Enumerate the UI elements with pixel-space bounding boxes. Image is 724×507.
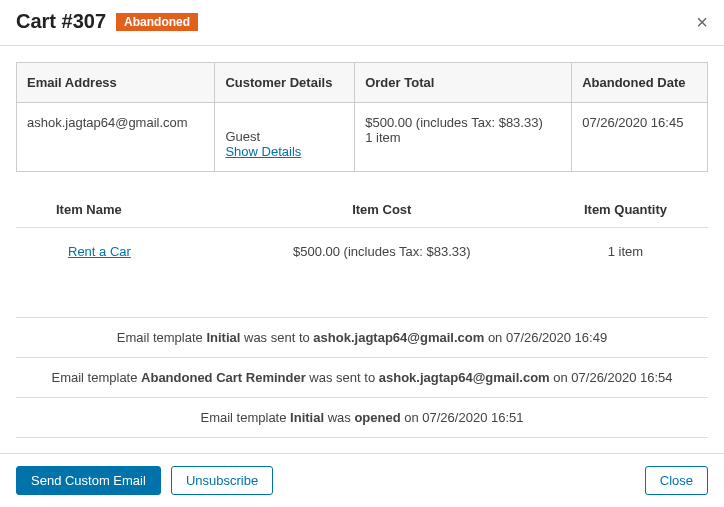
cell-date: 07/26/2020 16:45 [572,103,708,172]
item-cost: $500.00 (includes Tax: $83.33) [221,228,543,288]
send-custom-email-button[interactable]: Send Custom Email [16,466,161,495]
col-email: Email Address [17,63,215,103]
col-item-qty: Item Quantity [543,192,708,228]
summary-table: Email Address Customer Details Order Tot… [16,62,708,172]
cell-total: $500.00 (includes Tax: $83.33) 1 item [355,103,572,172]
modal-title: Cart #307 [16,10,106,33]
order-item-count: 1 item [365,130,561,145]
order-total-value: $500.00 (includes Tax: $83.33) [365,115,561,130]
item-qty: 1 item [543,228,708,288]
col-item-name: Item Name [16,192,221,228]
summary-row: ashok.jagtap64@gmail.com Guest Show Deta… [17,103,708,172]
close-button[interactable]: Close [645,466,708,495]
log-entry: Email template Initial was opened on 07/… [16,397,708,437]
cell-email: ashok.jagtap64@gmail.com [17,103,215,172]
close-icon[interactable]: × [696,12,708,32]
modal-body: Email Address Customer Details Order Tot… [0,46,724,464]
col-customer: Customer Details [215,63,355,103]
item-row: Rent a Car $500.00 (includes Tax: $83.33… [16,228,708,288]
item-name-link[interactable]: Rent a Car [68,244,131,259]
col-item-cost: Item Cost [221,192,543,228]
status-badge: Abandoned [116,13,198,31]
customer-type: Guest [225,129,344,144]
unsubscribe-button[interactable]: Unsubscribe [171,466,273,495]
modal-footer: Send Custom Email Unsubscribe Close [0,453,724,507]
cell-customer: Guest Show Details [215,103,355,172]
log-entry: Email template Initial was sent to ashok… [16,317,708,357]
items-table: Item Name Item Cost Item Quantity Rent a… [16,192,708,287]
email-log: Email template Initial was sent to ashok… [16,317,708,464]
col-total: Order Total [355,63,572,103]
log-entry: Email template Abandoned Cart Reminder w… [16,357,708,397]
show-details-link[interactable]: Show Details [225,144,301,159]
col-date: Abandoned Date [572,63,708,103]
